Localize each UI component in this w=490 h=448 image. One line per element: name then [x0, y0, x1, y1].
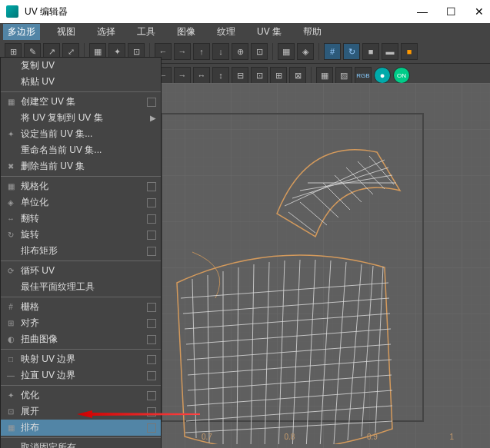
- option-box-icon[interactable]: [147, 391, 156, 400]
- menu-item[interactable]: 粘贴 UV: [1, 74, 161, 90]
- option-box-icon[interactable]: [147, 303, 156, 312]
- svg-line-13: [358, 161, 385, 189]
- menu-item-icon: ▦: [5, 181, 16, 192]
- menu-item[interactable]: ◐扭曲图像: [1, 331, 161, 347]
- tool-icon[interactable]: ▦: [316, 67, 333, 84]
- menu-item-icon: ⊞: [5, 318, 16, 329]
- menu-item[interactable]: #栅格: [1, 299, 161, 315]
- tool-icon[interactable]: ⊞: [270, 67, 287, 84]
- menu-item[interactable]: 复制 UV: [1, 58, 161, 74]
- option-box-icon[interactable]: [147, 355, 156, 364]
- tool-icon[interactable]: RGB: [355, 67, 372, 84]
- tool-icon[interactable]: ⊟: [232, 67, 248, 84]
- tool-icon[interactable]: ▬: [382, 43, 398, 60]
- menu-polygon[interactable]: 多边形: [3, 24, 40, 40]
- menu-item[interactable]: 将 UV 复制到 UV 集▶: [1, 110, 161, 126]
- option-box-icon[interactable]: [147, 371, 156, 380]
- tool-icon[interactable]: ⊕: [232, 43, 248, 60]
- menu-view[interactable]: 视图: [52, 24, 80, 40]
- menu-item[interactable]: □映射 UV 边界: [1, 351, 161, 367]
- menu-item[interactable]: —拉直 UV 边界: [1, 367, 161, 383]
- menu-item[interactable]: 取消固定所有: [1, 440, 161, 448]
- menu-item[interactable]: 最佳平面纹理工具: [1, 279, 161, 295]
- maximize-button[interactable]: ☐: [446, 5, 456, 18]
- tool-icon[interactable]: ▨: [335, 67, 352, 84]
- option-box-icon[interactable]: [147, 407, 156, 416]
- svg-line-32: [292, 260, 300, 444]
- tool-icon[interactable]: ↑: [193, 43, 210, 60]
- tool-icon[interactable]: ON: [393, 67, 410, 84]
- tool-icon[interactable]: ◈: [297, 43, 314, 60]
- menu-item-label: 对齐: [21, 317, 147, 330]
- menu-item-icon: [5, 61, 16, 71]
- svg-line-36: [348, 264, 362, 440]
- svg-line-23: [186, 406, 392, 421]
- tool-icon[interactable]: →: [174, 67, 191, 84]
- option-box-icon[interactable]: [147, 247, 156, 256]
- svg-line-20: [188, 360, 392, 375]
- menu-item-label: 重命名当前 UV 集...: [21, 144, 156, 157]
- close-button[interactable]: ✕: [475, 5, 484, 18]
- menu-image[interactable]: 图像: [172, 24, 200, 40]
- menu-item[interactable]: ↻旋转: [1, 227, 161, 243]
- tool-icon[interactable]: ■: [401, 43, 418, 60]
- menu-texture[interactable]: 纹理: [212, 24, 240, 40]
- menu-item-icon: [5, 282, 16, 293]
- menu-uvset[interactable]: UV 集: [252, 24, 286, 40]
- menu-item-label: 展开: [21, 405, 147, 418]
- option-box-icon[interactable]: [147, 335, 156, 344]
- menu-item[interactable]: ▦排布: [1, 420, 161, 436]
- menu-help[interactable]: 帮助: [298, 24, 326, 40]
- tool-icon[interactable]: ↕: [212, 67, 229, 84]
- ruler-tick: 0.8: [284, 433, 295, 443]
- tool-icon[interactable]: ⊡: [251, 67, 268, 84]
- svg-line-21: [188, 375, 392, 390]
- menu-item[interactable]: 排布矩形: [1, 243, 161, 259]
- menu-item[interactable]: ✦优化: [1, 387, 161, 403]
- menu-item[interactable]: ⊡展开: [1, 403, 161, 420]
- menu-item[interactable]: ↔翻转: [1, 211, 161, 227]
- option-box-icon[interactable]: [147, 98, 156, 107]
- menu-item-label: 排布矩形: [21, 244, 147, 257]
- tool-icon[interactable]: ●: [374, 67, 391, 84]
- svg-line-30: [265, 262, 269, 444]
- svg-line-33: [306, 260, 315, 444]
- menu-tools[interactable]: 工具: [132, 24, 160, 40]
- tool-icon[interactable]: →: [174, 43, 191, 60]
- tool-icon[interactable]: ⊡: [251, 43, 268, 60]
- option-box-icon[interactable]: [147, 182, 156, 191]
- menu-item[interactable]: ⊞对齐: [1, 315, 161, 331]
- menu-item[interactable]: ⟳循环 UV: [1, 263, 161, 279]
- menu-item-label: 优化: [21, 389, 147, 402]
- tool-icon[interactable]: ■: [362, 43, 379, 60]
- menu-select[interactable]: 选择: [92, 24, 120, 40]
- option-box-icon[interactable]: [147, 214, 156, 224]
- tool-icon[interactable]: ↓: [212, 43, 229, 60]
- tool-icon[interactable]: #: [324, 43, 341, 60]
- svg-line-17: [185, 314, 390, 329]
- tool-icon[interactable]: ▦: [278, 43, 295, 60]
- window-title: UV 编辑器: [25, 5, 417, 18]
- menu-item-label: 循环 UV: [21, 264, 156, 277]
- app-icon: [6, 5, 18, 18]
- option-box-icon[interactable]: [147, 423, 156, 433]
- option-box-icon[interactable]: [147, 198, 156, 207]
- menu-item[interactable]: ◈单位化: [1, 194, 161, 211]
- menu-item-icon: —: [5, 370, 16, 381]
- menu-item[interactable]: ▦创建空 UV 集: [1, 94, 161, 110]
- minimize-button[interactable]: —: [417, 5, 428, 18]
- menu-item-icon: #: [5, 302, 16, 313]
- menu-item[interactable]: ✦设定当前 UV 集...: [1, 126, 161, 142]
- menu-item-label: 规格化: [21, 180, 147, 193]
- svg-line-26: [208, 275, 209, 443]
- menu-item[interactable]: ✖删除当前 UV 集: [1, 158, 161, 174]
- tool-icon[interactable]: ↔: [193, 67, 210, 84]
- option-box-icon[interactable]: [147, 319, 156, 328]
- tool-icon[interactable]: ⊠: [289, 67, 306, 84]
- menu-item[interactable]: 重命名当前 UV 集...: [1, 142, 161, 158]
- menu-item[interactable]: ▦规格化: [1, 178, 161, 194]
- option-box-icon[interactable]: [147, 231, 156, 240]
- svg-line-25: [192, 279, 196, 438]
- menu-item-label: 取消固定所有: [21, 441, 156, 448]
- tool-icon[interactable]: ↻: [343, 43, 360, 60]
